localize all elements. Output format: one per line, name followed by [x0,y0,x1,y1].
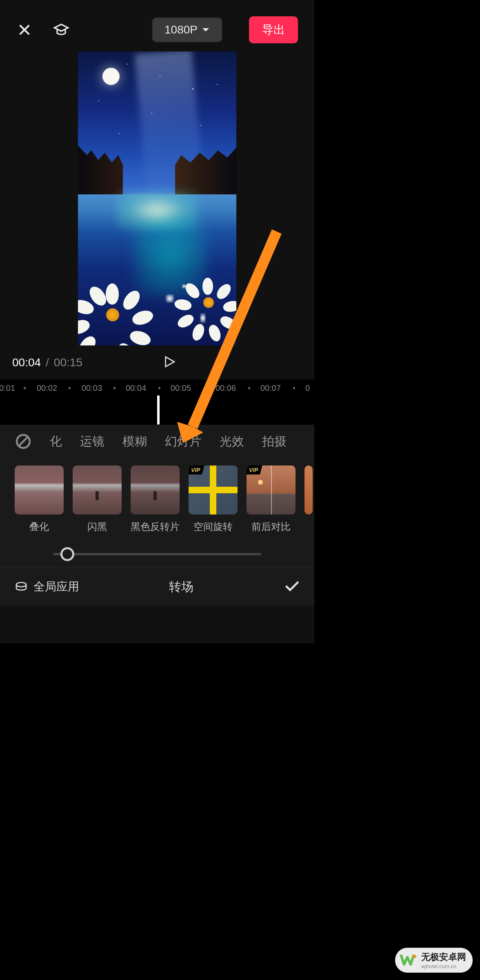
playback-controls: 00:04 / 00:15 [0,345,314,380]
svg-point-2 [413,955,416,958]
effect-qianhou-duibi[interactable]: VIP 前后对比 [247,466,296,533]
effect-extra[interactable] [304,466,313,533]
watermark: 无极安卓网 wjhotel.com.cn [395,948,473,973]
playhead[interactable] [157,395,160,425]
transition-title: 转场 [79,579,283,595]
effect-thumbnail [15,466,64,514]
effect-label: 叠化 [29,520,49,533]
category-row: 化 运镜 模糊 幻灯片 光效 拍摄 [0,425,314,458]
close-button[interactable] [16,22,33,38]
export-button[interactable]: 导出 [249,16,298,43]
resolution-label: 1080P [164,23,198,36]
effect-thumbnail [304,466,313,514]
category-guangxiao[interactable]: 光效 [220,433,244,450]
close-icon [18,23,31,37]
graduation-cap-icon [53,21,69,39]
prohibit-icon [16,434,31,449]
effect-label: 前后对比 [251,520,291,533]
category-yunjing[interactable]: 运镜 [80,433,104,450]
slider-thumb[interactable] [60,547,74,561]
timeline-tick: 00:03 [82,383,102,393]
effect-label: 黑色反转片 [131,520,180,533]
category-paishe[interactable]: 拍摄 [262,433,287,450]
layers-icon [15,580,28,593]
watermark-title: 无极安卓网 [421,951,466,963]
timeline-tick: 0:01 [0,383,15,393]
effect-shanhei[interactable]: 闪黑 [73,466,122,533]
editor-screen: 1080P 导出 [0,0,314,644]
global-label: 全局应用 [33,579,79,595]
time-separator: / [46,356,49,369]
svg-point-1 [16,582,26,587]
timeline-tick: 00:02 [37,383,57,393]
vip-badge: VIP [247,466,262,474]
play-icon [163,355,176,368]
vip-badge: VIP [189,466,204,474]
timeline-tick: 00:07 [260,383,281,393]
effect-label: 空间旋转 [193,520,233,533]
timeline-tick: 00:06 [216,383,236,393]
timeline[interactable]: 0:01 00:02 00:03 00:04 00:05 00:06 00:07… [0,380,314,425]
category-mohu[interactable]: 模糊 [122,433,147,450]
effects-row: 叠化 闪黑 黑色反转片 VIP 空间旋转 VIP 前后对比 [0,458,314,541]
preview-canvas[interactable] [78,51,236,345]
total-time: 00:15 [54,356,82,369]
effect-heise-fanzhuan[interactable]: 黑色反转片 [131,466,180,533]
timeline-tick: 0 [305,383,310,393]
effect-label: 闪黑 [87,520,107,533]
check-icon [283,578,300,594]
slider-track[interactable] [53,553,261,555]
effect-thumbnail: VIP [247,466,296,514]
global-apply-button[interactable]: 全局应用 [15,579,79,595]
effect-kongjian-xuanzhuan[interactable]: VIP 空间旋转 [189,466,238,533]
effect-diehua[interactable]: 叠化 [15,466,64,533]
confirm-button[interactable] [283,578,300,596]
effect-thumbnail [73,466,122,514]
resolution-button[interactable]: 1080P [152,18,222,42]
current-time: 00:04 [12,356,41,369]
watermark-logo-icon [399,951,417,969]
chevron-down-icon [202,27,210,32]
header: 1080P 导出 [0,0,314,51]
play-button[interactable] [163,355,176,370]
timeline-tick: 00:04 [126,383,146,393]
none-button[interactable] [15,433,32,450]
watermark-sub: wjhotel.com.cn [421,963,466,969]
category-huandengpian[interactable]: 幻灯片 [165,433,202,450]
bottom-bar: 全局应用 转场 [0,568,314,606]
tutorial-button[interactable] [53,22,69,38]
slider-container [0,541,314,568]
category-hua[interactable]: 化 [50,433,62,450]
effect-thumbnail: VIP [189,466,238,514]
effect-thumbnail [131,466,180,514]
timeline-tick: 00:05 [171,383,191,393]
